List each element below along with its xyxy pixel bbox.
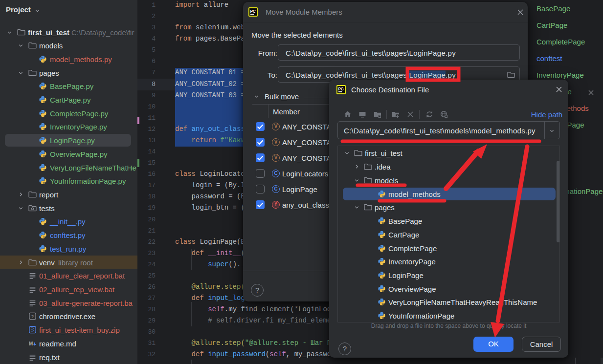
svg-text:M: M (29, 341, 33, 346)
svg-text:?: ? (31, 313, 34, 319)
